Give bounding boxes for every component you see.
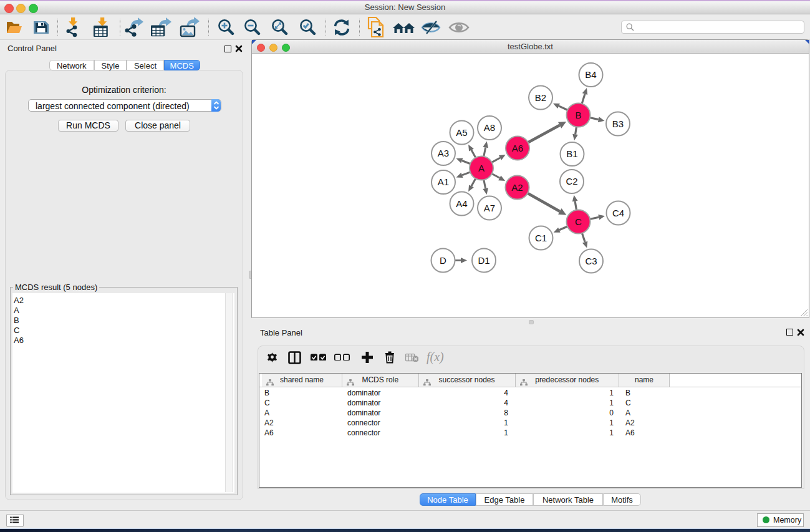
svg-text:A8: A8 — [484, 122, 495, 133]
svg-text:A: A — [478, 163, 485, 173]
svg-text:A6: A6 — [512, 143, 523, 153]
svg-text:A3: A3 — [438, 148, 449, 158]
svg-text:C: C — [575, 216, 582, 227]
svg-text:C1: C1 — [535, 233, 547, 243]
svg-text:B2: B2 — [535, 92, 546, 103]
svg-text:B3: B3 — [612, 118, 624, 129]
svg-text:C3: C3 — [585, 256, 597, 266]
svg-text:A5: A5 — [456, 127, 467, 138]
svg-text:A4: A4 — [456, 198, 467, 209]
svg-text:B: B — [575, 110, 581, 120]
svg-text:A7: A7 — [484, 203, 495, 213]
svg-text:A1: A1 — [438, 177, 449, 187]
svg-text:B1: B1 — [566, 148, 577, 159]
svg-text:A2: A2 — [511, 182, 523, 193]
svg-text:C2: C2 — [566, 176, 577, 186]
svg-text:B4: B4 — [585, 69, 596, 80]
svg-text:D1: D1 — [478, 255, 489, 266]
svg-text:D: D — [440, 255, 446, 266]
svg-text:C4: C4 — [612, 208, 624, 218]
